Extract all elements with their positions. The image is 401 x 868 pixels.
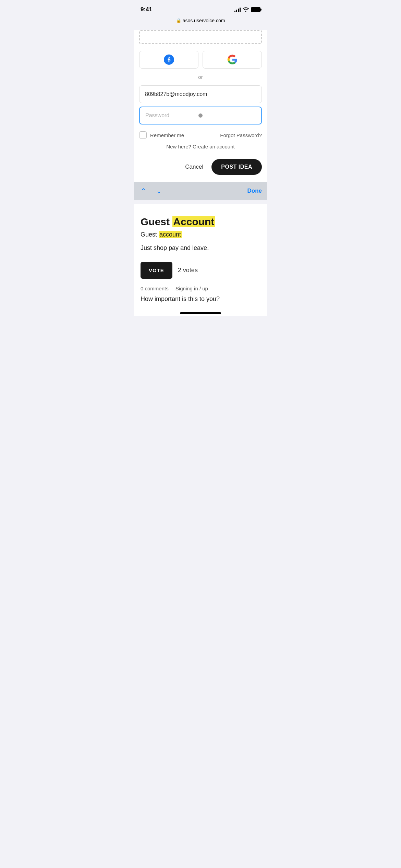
google-login-button[interactable]	[203, 51, 262, 69]
divider-line-right	[207, 77, 262, 77]
login-form	[134, 85, 267, 124]
keyboard-toolbar: ⌃ ⌄ Done	[134, 182, 267, 200]
toolbar-up-button[interactable]: ⌃	[139, 185, 148, 196]
remember-me-checkbox[interactable]	[139, 131, 147, 139]
subtitle-part1: Guest	[141, 231, 159, 238]
title-text-part1: Guest	[141, 216, 172, 227]
toolbar-done-button[interactable]: Done	[247, 188, 262, 194]
remember-me-label: Remember me	[150, 132, 184, 138]
action-buttons-row: Cancel POST IDEA	[134, 156, 267, 182]
new-here-section: New here? Create an account	[134, 144, 267, 156]
page-content: Guest Account Guest account Just shop pa…	[134, 204, 267, 310]
email-input[interactable]	[139, 85, 262, 103]
facebook-icon	[164, 55, 174, 65]
subtitle-highlight: account	[159, 231, 182, 238]
signal-icon	[234, 7, 241, 12]
password-wrapper	[139, 107, 262, 124]
cancel-button[interactable]: Cancel	[184, 161, 205, 173]
vote-button[interactable]: VOTE	[141, 262, 172, 279]
comments-row: 0 comments · Signing in / up	[141, 286, 260, 291]
battery-icon	[251, 7, 260, 12]
cutoff-indicator	[139, 30, 262, 44]
how-important-text: How important is this to you?	[141, 296, 260, 303]
signing-label: Signing in / up	[175, 286, 208, 291]
vote-count: 2 votes	[178, 267, 198, 274]
toolbar-down-button[interactable]: ⌄	[155, 185, 163, 196]
browser-url-bar: 🔒 asos.uservoice.com	[134, 16, 267, 26]
status-icons	[234, 7, 260, 13]
or-divider: or	[134, 74, 267, 85]
home-bar	[180, 312, 221, 314]
home-indicator	[134, 310, 267, 316]
page-description: Just shop pay and leave.	[141, 244, 260, 252]
lock-icon: 🔒	[176, 18, 181, 23]
or-text: or	[198, 74, 203, 80]
status-bar: 9:41	[134, 0, 267, 16]
login-modal: or Remember me Forgot Password? New here…	[134, 30, 267, 182]
url-text: asos.uservoice.com	[183, 18, 225, 23]
title-highlight: Account	[172, 216, 215, 227]
remember-forgot-row: Remember me Forgot Password?	[134, 129, 267, 144]
forgot-password-link[interactable]: Forgot Password?	[220, 132, 262, 138]
wifi-icon	[243, 7, 249, 13]
comments-count: 0 comments	[141, 286, 169, 291]
divider-line-left	[139, 77, 194, 77]
new-here-text: New here?	[166, 144, 191, 149]
vote-section: VOTE 2 votes	[141, 262, 260, 279]
social-login-section	[134, 48, 267, 74]
google-icon	[227, 55, 238, 65]
post-idea-button[interactable]: POST IDEA	[211, 159, 262, 175]
page-title: Guest Account	[141, 215, 260, 228]
dot-separator: ·	[171, 286, 173, 291]
password-cursor-dot	[198, 113, 203, 118]
status-time: 9:41	[141, 6, 152, 13]
create-account-link[interactable]: Create an account	[193, 144, 235, 149]
facebook-login-button[interactable]	[139, 51, 198, 69]
remember-me-section: Remember me	[139, 131, 184, 139]
page-subtitle: Guest account	[141, 231, 260, 238]
toolbar-navigation: ⌃ ⌄	[139, 185, 163, 196]
